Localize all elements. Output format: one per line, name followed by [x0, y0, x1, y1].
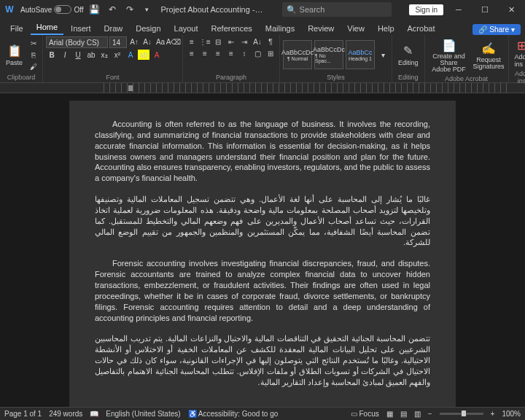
highlight-icon[interactable]: ab: [138, 50, 149, 60]
tab-design[interactable]: Design: [130, 22, 166, 35]
format-painter-icon[interactable]: 🖌: [28, 61, 39, 71]
title-bar: W AutoSave Off 💾 ↶ ↷ ▾ Project About Acc…: [0, 0, 525, 19]
strikethrough-icon[interactable]: ab: [85, 50, 97, 60]
document-area[interactable]: Accounting is often referred to as the l…: [0, 93, 525, 407]
save-icon[interactable]: 💾: [88, 3, 101, 16]
paragraph-1[interactable]: Accounting is often referred to as the l…: [95, 119, 430, 184]
spellcheck-icon[interactable]: 📖: [90, 410, 98, 418]
minimize-icon[interactable]: ─: [448, 2, 470, 17]
superscript-icon[interactable]: x²: [112, 50, 123, 60]
decrease-font-icon[interactable]: A↓: [141, 36, 153, 47]
style-normal[interactable]: AaBbCcDc ¶ Normal: [283, 40, 312, 69]
styles-more-icon[interactable]: ▾: [377, 50, 389, 60]
zoom-level[interactable]: 100%: [502, 410, 521, 418]
line-spacing-icon[interactable]: ↕: [238, 48, 250, 58]
tab-references[interactable]: References: [206, 22, 258, 35]
styles-label: Styles: [283, 73, 389, 81]
close-icon[interactable]: ✕: [500, 2, 522, 17]
tab-layout[interactable]: Layout: [168, 22, 204, 35]
tab-acrobat[interactable]: Acrobat: [402, 22, 441, 35]
addins-btn-label: Add-ins: [515, 53, 525, 68]
maximize-icon[interactable]: ☐: [474, 2, 496, 17]
justify-icon[interactable]: ≡: [225, 48, 237, 58]
tab-insert[interactable]: Insert: [65, 22, 97, 35]
addins-button[interactable]: ⊞ Add-ins: [512, 36, 525, 69]
editing-button[interactable]: ✎ Editing: [395, 42, 421, 68]
word-count[interactable]: 249 words: [49, 410, 82, 418]
ruler-indent-marker[interactable]: [128, 85, 133, 91]
group-styles: AaBbCcDc ¶ Normal AaBbCcDc ¶ No Spac... …: [280, 35, 392, 82]
zoom-out-icon[interactable]: −: [428, 410, 432, 418]
multilevel-icon[interactable]: ⊟: [212, 36, 224, 47]
editing-icon: ✎: [401, 44, 416, 58]
cut-icon[interactable]: ✂: [28, 38, 39, 48]
language-status[interactable]: English (United States): [106, 410, 180, 418]
autosave-toggle[interactable]: AutoSave Off: [20, 5, 84, 14]
read-mode-icon[interactable]: ▦: [386, 410, 393, 418]
group-editing: ✎ Editing Editing: [392, 35, 425, 82]
create-pdf-button[interactable]: 📄 Create and Share Adobe PDF: [428, 36, 470, 74]
italic-icon[interactable]: I: [59, 50, 71, 60]
font-name-select[interactable]: Arial (Body CS): [46, 36, 108, 48]
style-preview: AaBbCc: [349, 49, 373, 56]
accessibility-status[interactable]: ♿ Accessibility: Good to go: [188, 410, 279, 418]
group-adobe: 📄 Create and Share Adobe PDF ✍ Request S…: [425, 35, 509, 82]
tab-mailings[interactable]: Mailings: [260, 22, 300, 35]
undo-icon[interactable]: ↶: [106, 3, 119, 16]
print-layout-icon[interactable]: ▤: [400, 410, 407, 418]
paste-button[interactable]: 📋 Paste: [3, 42, 26, 68]
tab-file[interactable]: File: [4, 22, 29, 35]
style-heading1[interactable]: AaBbCc Heading 1: [346, 40, 375, 69]
decrease-indent-icon[interactable]: ⇤: [225, 36, 237, 47]
ruler[interactable]: [0, 83, 525, 93]
copy-icon[interactable]: ⎘: [28, 50, 39, 60]
numbering-icon[interactable]: ⋮≡: [199, 36, 211, 47]
zoom-in-icon[interactable]: +: [491, 410, 495, 418]
change-case-icon[interactable]: Aa: [155, 36, 166, 47]
search-input[interactable]: 🔍 Search: [282, 2, 392, 17]
ribbon: 📋 Paste ✂ ⎘ 🖌 Clipboard Arial (Body CS) …: [0, 35, 525, 83]
font-size-select[interactable]: 14: [109, 36, 127, 48]
underline-icon[interactable]: U: [72, 50, 84, 60]
request-sig-button[interactable]: ✍ Request Signatures: [472, 40, 505, 71]
share-button[interactable]: 🔗 Share ▾: [472, 24, 521, 35]
align-left-icon[interactable]: ≡: [186, 48, 198, 58]
zoom-slider[interactable]: [440, 413, 483, 415]
tab-help[interactable]: Help: [372, 22, 400, 35]
word-icon: W: [3, 3, 16, 16]
web-layout-icon[interactable]: ▥: [414, 410, 421, 418]
tab-view[interactable]: View: [341, 22, 370, 35]
subscript-icon[interactable]: x₂: [98, 50, 110, 60]
search-placeholder: Search: [300, 5, 325, 14]
increase-font-icon[interactable]: A↑: [128, 36, 140, 47]
show-marks-icon[interactable]: ¶: [265, 36, 276, 47]
paragraph-3[interactable]: Forensic accounting involves investigati…: [95, 258, 430, 323]
tab-draw[interactable]: Draw: [98, 22, 129, 35]
text-effects-icon[interactable]: A: [125, 50, 136, 60]
tab-review[interactable]: Review: [302, 22, 340, 35]
dropdown-icon[interactable]: ▾: [141, 3, 154, 16]
shading-icon[interactable]: ▢: [252, 48, 263, 58]
signin-button[interactable]: Sign in: [409, 4, 443, 15]
ribbon-tabs: File Home Insert Draw Design Layout Refe…: [0, 19, 525, 35]
bullets-icon[interactable]: ≡: [186, 36, 198, 47]
style-nospacing[interactable]: AaBbCcDc ¶ No Spac...: [314, 40, 343, 69]
redo-icon[interactable]: ↷: [123, 3, 136, 16]
align-right-icon[interactable]: ≡: [212, 48, 224, 58]
borders-icon[interactable]: ⊞: [265, 48, 276, 58]
status-bar: Page 1 of 1 249 words 📖 English (United …: [0, 407, 525, 420]
sort-icon[interactable]: A↓: [252, 36, 263, 47]
clear-format-icon[interactable]: A⌫: [168, 36, 179, 47]
font-color-icon[interactable]: A: [151, 50, 163, 60]
focus-mode[interactable]: ▭ Focus: [351, 410, 379, 418]
align-center-icon[interactable]: ≡: [199, 48, 211, 58]
increase-indent-icon[interactable]: ⇥: [238, 36, 250, 47]
bold-icon[interactable]: B: [46, 50, 58, 60]
editing-label: Editing: [395, 73, 421, 81]
page-count[interactable]: Page 1 of 1: [4, 410, 42, 418]
tab-home[interactable]: Home: [31, 20, 63, 35]
ruler-scale: [104, 83, 510, 93]
paste-icon: 📋: [7, 44, 22, 58]
paragraph-4[interactable]: تتضمن المحاسبة الجنائية التحقيق في التنا…: [95, 333, 430, 387]
paragraph-2[interactable]: غالبًا ما يُشار إلى المحاسبة على أنها لغ…: [95, 194, 430, 248]
